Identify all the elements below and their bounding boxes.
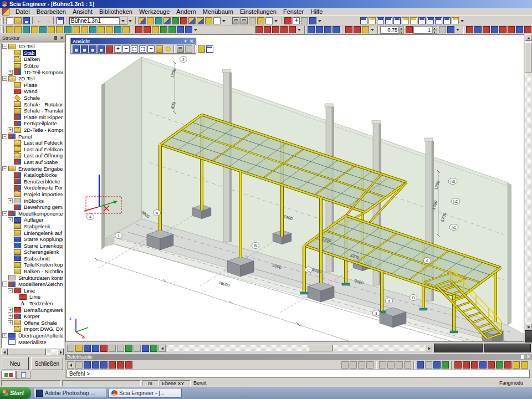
dropdown-icon[interactable] [193, 26, 198, 33]
node-icon[interactable] [6, 26, 13, 33]
tree-item-schale[interactable]: Schale [2, 95, 63, 101]
menu-ansicht[interactable]: Ansicht [69, 8, 96, 16]
opacity-spinner[interactable]: 0.75 [380, 26, 399, 34]
erase-last-icon[interactable] [366, 361, 374, 369]
schliessen-button[interactable]: Schließen [31, 357, 63, 370]
scroll-left-icon[interactable] [1, 349, 8, 355]
expand-icon[interactable]: + [8, 70, 13, 75]
expand-icon[interactable]: + [8, 308, 13, 313]
clear-selection-icon[interactable] [524, 26, 531, 33]
snap-endpoint-icon[interactable] [454, 361, 462, 369]
collapse-icon[interactable]: − [2, 44, 7, 49]
dropdown-icon[interactable] [456, 26, 461, 33]
tree-item-materialliste[interactable]: Materialliste [2, 339, 63, 345]
ansicht-toolbar-titlebar[interactable]: Ansicht ▼ ✕ [71, 38, 195, 44]
grid-2d-icon[interactable] [39, 26, 47, 33]
project-database-icon[interactable] [139, 17, 146, 24]
tree-item-scherengelenk[interactable]: Scherengelenk [2, 249, 63, 255]
snap-midpoint-icon[interactable] [463, 361, 470, 369]
print-preview-icon[interactable] [241, 17, 248, 24]
collapse-icon[interactable]: − [8, 288, 13, 293]
combo-history-dropdown-icon[interactable] [128, 17, 133, 24]
opacity-spin-buttons[interactable] [399, 26, 404, 34]
tree-item-bewehrung-gemäß-v[interactable]: Bewehrung gemäß V [2, 204, 63, 211]
magnet-grid-icon[interactable] [89, 45, 96, 53]
light-icon[interactable] [164, 45, 171, 53]
multi-copy-icon[interactable] [316, 26, 323, 33]
view-window-12-icon[interactable] [452, 17, 459, 24]
pointer-icon[interactable] [75, 361, 83, 369]
clip-planes-icon[interactable] [185, 45, 192, 53]
save-project-icon[interactable] [23, 17, 30, 24]
layer-filter-icon[interactable] [447, 26, 454, 33]
view-params-icon[interactable] [142, 345, 149, 352]
rotate-array-icon[interactable] [332, 26, 340, 33]
ortho-icon[interactable] [433, 361, 441, 369]
selection-filter-icon[interactable] [499, 26, 507, 33]
scale-spinner[interactable]: 1 [413, 26, 432, 34]
wall-2d-icon[interactable] [56, 26, 63, 33]
window-settings-icon[interactable] [206, 45, 213, 53]
dropdown-icon[interactable] [318, 17, 323, 24]
haunch-icon[interactable] [98, 26, 105, 33]
zoom-selection-icon[interactable] [147, 45, 155, 53]
tree-item-stab[interactable]: Stab [2, 50, 63, 57]
tree-item-auflager[interactable]: +Auflager [2, 217, 63, 223]
tree-item-1d-teil-komponente[interactable]: +1D-Teil-Komponente [2, 69, 63, 75]
tree-item-schale-rotationsflä[interactable]: Schale - Rotationsflä [2, 101, 63, 108]
viewport-vertical-scrollbar[interactable] [525, 34, 531, 342]
axonometry-icon[interactable] [84, 345, 91, 352]
arbitrary-member-icon[interactable] [106, 26, 113, 33]
pin-icon[interactable] [521, 355, 524, 359]
opening-icon[interactable] [64, 26, 71, 33]
scroll-right-icon[interactable] [426, 345, 432, 351]
tree-item-last-auf-stäbe[interactable]: Last auf Stäbe [2, 159, 63, 166]
pin-view-icon[interactable] [106, 45, 113, 53]
polyline-mode-icon[interactable] [350, 361, 357, 369]
tree-item-modellkomponenten[interactable]: −Modellkomponenten [2, 210, 63, 217]
plate-rib-icon[interactable] [114, 26, 121, 33]
select-nodes-icon[interactable] [466, 26, 473, 33]
view-window-7-icon[interactable] [410, 17, 417, 24]
open-shell-icon[interactable] [152, 26, 159, 33]
struktur-panel-titlebar[interactable]: Struktur ✕ [0, 34, 65, 42]
taskbar-task-scia-engineer-[interactable]: Scia Engineer - [... [109, 388, 182, 398]
view-window-1-icon[interactable] [360, 17, 367, 24]
scale-icon[interactable] [406, 26, 413, 33]
dropdown-icon[interactable] [370, 26, 375, 33]
tree-item-stabschnitt[interactable]: Stabschnitt [2, 255, 63, 262]
minimized-window-2[interactable] [484, 344, 531, 352]
collapse-icon[interactable]: − [2, 166, 7, 171]
tree-item-2d-teil[interactable]: −2D-Teil [2, 75, 63, 82]
close-icon[interactable]: ✕ [526, 355, 530, 359]
scale-spin-buttons[interactable] [432, 26, 437, 34]
tree-item-liniengelenk-auf-2d-[interactable]: Liniengelenk auf 2D- [2, 229, 63, 236]
expand-icon[interactable]: + [8, 320, 13, 325]
track-xy-icon[interactable] [125, 361, 132, 369]
beam-1d-icon[interactable] [14, 26, 22, 33]
collapse-icon[interactable]: − [2, 282, 7, 287]
tree-item-teile-knoten-koppeln[interactable]: Teile/Knoten koppeln [2, 262, 63, 268]
open-project-icon[interactable] [14, 17, 22, 24]
select-2d-icon[interactable] [483, 26, 490, 33]
cleaner-icon[interactable] [301, 17, 308, 24]
menu-men-baum[interactable]: Menübaum [200, 8, 237, 16]
collapse-icon[interactable]: − [2, 211, 7, 216]
shading-icon[interactable] [125, 345, 132, 352]
zoom-search-icon[interactable] [293, 17, 300, 24]
send-picture-icon[interactable] [134, 345, 141, 352]
render-mode-icon[interactable] [117, 345, 124, 352]
snap-tangent-icon[interactable] [488, 361, 495, 369]
import-geometry-icon[interactable] [177, 26, 184, 33]
tab-coord-icon[interactable] [100, 361, 108, 369]
gallery-icon[interactable] [257, 17, 264, 24]
grid-point-snap-icon[interactable] [425, 361, 432, 369]
befehlszeile-titlebar[interactable]: Befehlszeile ✕ [65, 354, 532, 360]
snap-nearest-icon[interactable] [496, 361, 503, 369]
tree-item-last-auf-feldkanten[interactable]: Last auf Feldkanten [2, 146, 63, 153]
select-members-icon[interactable] [474, 26, 482, 33]
track-x-icon[interactable] [109, 361, 116, 369]
snap-perpendicular-icon[interactable] [471, 361, 478, 369]
tree-item-balken[interactable]: Balken [2, 56, 63, 63]
slab-2d-icon[interactable] [48, 26, 55, 33]
